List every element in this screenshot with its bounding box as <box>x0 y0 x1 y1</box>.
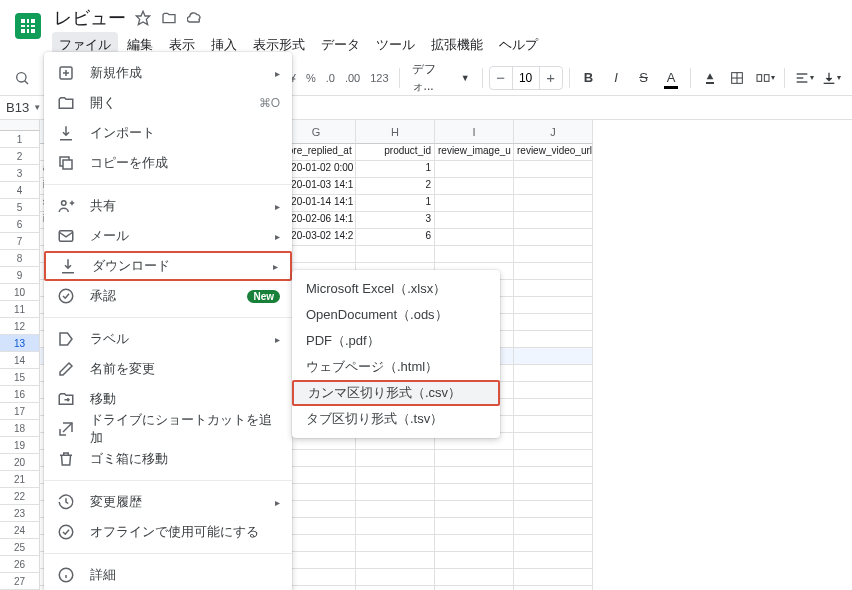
cell[interactable] <box>356 450 435 467</box>
row-header[interactable]: 8 <box>0 250 40 267</box>
row-header[interactable]: 20 <box>0 454 40 471</box>
cell[interactable] <box>356 484 435 501</box>
cell[interactable] <box>435 161 514 178</box>
row-header[interactable]: 7 <box>0 233 40 250</box>
cell[interactable] <box>514 433 593 450</box>
row-header[interactable]: 6 <box>0 216 40 233</box>
cell[interactable] <box>435 518 514 535</box>
align-button[interactable]: ▾ <box>791 65 817 91</box>
increase-decimal-button[interactable]: .00 <box>341 72 364 84</box>
download-html[interactable]: ウェブページ（.html） <box>292 354 500 380</box>
cell[interactable] <box>356 467 435 484</box>
menu-download[interactable]: ダウンロード▸ <box>44 251 292 281</box>
select-all-corner[interactable] <box>0 120 40 131</box>
download-csv[interactable]: カンマ区切り形式（.csv） <box>292 380 500 406</box>
row-header[interactable]: 21 <box>0 471 40 488</box>
cell[interactable] <box>435 467 514 484</box>
row-header[interactable]: 11 <box>0 301 40 318</box>
cell[interactable] <box>514 331 593 348</box>
menu-move[interactable]: 移動 <box>44 384 292 414</box>
row-header[interactable]: 16 <box>0 386 40 403</box>
cell[interactable] <box>514 501 593 518</box>
cell[interactable] <box>356 518 435 535</box>
row-header[interactable]: 23 <box>0 505 40 522</box>
text-color-button[interactable]: A <box>658 65 684 91</box>
cell[interactable] <box>514 586 593 590</box>
star-icon[interactable] <box>134 9 152 27</box>
menu-tools[interactable]: ツール <box>369 32 422 58</box>
row-header[interactable]: 4 <box>0 182 40 199</box>
cell[interactable]: review_video_url <box>514 144 593 161</box>
cell[interactable] <box>435 535 514 552</box>
row-header[interactable]: 15 <box>0 369 40 386</box>
bold-button[interactable]: B <box>576 65 602 91</box>
menu-offline[interactable]: オフラインで使用可能にする <box>44 517 292 547</box>
menu-share[interactable]: 共有▸ <box>44 191 292 221</box>
row-header[interactable]: 9 <box>0 267 40 284</box>
col-header[interactable]: I <box>435 120 514 144</box>
cell[interactable] <box>514 569 593 586</box>
increase-size-button[interactable]: + <box>540 69 562 86</box>
download-pdf[interactable]: PDF（.pdf） <box>292 328 500 354</box>
row-header[interactable]: 2 <box>0 148 40 165</box>
number-format-button[interactable]: 123 <box>366 72 392 84</box>
cell[interactable] <box>514 518 593 535</box>
cell[interactable] <box>435 195 514 212</box>
cell[interactable] <box>435 586 514 590</box>
cell[interactable] <box>514 552 593 569</box>
cell[interactable] <box>514 280 593 297</box>
menu-new[interactable]: 新規作成▸ <box>44 58 292 88</box>
row-header[interactable]: 5 <box>0 199 40 216</box>
col-header[interactable]: H <box>356 120 435 144</box>
strikethrough-button[interactable]: S <box>631 65 657 91</box>
row-header[interactable]: 1 <box>0 131 40 148</box>
menu-details[interactable]: 詳細 <box>44 560 292 590</box>
cell[interactable] <box>514 467 593 484</box>
menu-copy[interactable]: コピーを作成 <box>44 148 292 178</box>
valign-button[interactable]: ▾ <box>818 65 844 91</box>
font-size-control[interactable]: − + <box>489 66 563 90</box>
cell[interactable] <box>435 501 514 518</box>
menu-mail[interactable]: メール▸ <box>44 221 292 251</box>
cell[interactable] <box>435 178 514 195</box>
menu-rename[interactable]: 名前を変更 <box>44 354 292 384</box>
menu-approve[interactable]: 承認New <box>44 281 292 311</box>
cell-reference[interactable]: B13▼ <box>0 100 44 115</box>
merge-button[interactable]: ▾ <box>752 65 778 91</box>
row-header[interactable]: 13 <box>0 335 40 352</box>
cell[interactable] <box>514 484 593 501</box>
cell[interactable] <box>514 416 593 433</box>
cell[interactable] <box>514 535 593 552</box>
doc-title[interactable]: レビュー <box>54 6 126 30</box>
menu-help[interactable]: ヘルプ <box>492 32 545 58</box>
menu-history[interactable]: 変更履歴▸ <box>44 487 292 517</box>
cell[interactable] <box>514 382 593 399</box>
row-header[interactable]: 14 <box>0 352 40 369</box>
move-folder-icon[interactable] <box>160 9 178 27</box>
cell[interactable] <box>514 399 593 416</box>
row-header[interactable]: 27 <box>0 573 40 590</box>
cell[interactable] <box>514 161 593 178</box>
cell[interactable] <box>435 569 514 586</box>
cell[interactable]: product_id <box>356 144 435 161</box>
cell[interactable] <box>514 178 593 195</box>
cell[interactable] <box>514 348 593 365</box>
cell[interactable] <box>514 365 593 382</box>
cell[interactable] <box>435 229 514 246</box>
menu-trash[interactable]: ゴミ箱に移動 <box>44 444 292 474</box>
font-select[interactable]: デフォ...▼ <box>406 61 476 95</box>
row-header[interactable]: 3 <box>0 165 40 182</box>
download-ods[interactable]: OpenDocument（.ods） <box>292 302 500 328</box>
col-header[interactable]: J <box>514 120 593 144</box>
cloud-status-icon[interactable] <box>186 9 204 27</box>
font-size-input[interactable] <box>512 67 540 89</box>
search-icon[interactable] <box>8 64 36 92</box>
row-header[interactable]: 22 <box>0 488 40 505</box>
row-header[interactable]: 17 <box>0 403 40 420</box>
sheets-logo[interactable] <box>8 6 48 46</box>
percent-button[interactable]: % <box>302 72 320 84</box>
row-header[interactable]: 12 <box>0 318 40 335</box>
row-header[interactable]: 24 <box>0 522 40 539</box>
row-header[interactable]: 18 <box>0 420 40 437</box>
menu-label[interactable]: ラベル▸ <box>44 324 292 354</box>
